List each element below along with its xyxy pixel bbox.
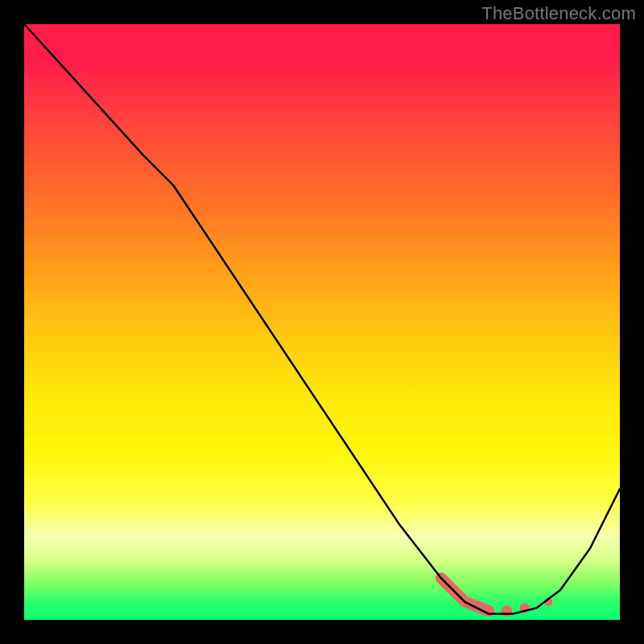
- curve-line: [24, 24, 620, 614]
- chart-frame: TheBottleneck.com: [0, 0, 644, 644]
- highlight-segment: [441, 578, 489, 611]
- watermark-text: TheBottleneck.com: [481, 3, 636, 24]
- chart-overlay: [24, 24, 620, 620]
- plot-area: [24, 24, 620, 620]
- highlight-group: [441, 578, 552, 617]
